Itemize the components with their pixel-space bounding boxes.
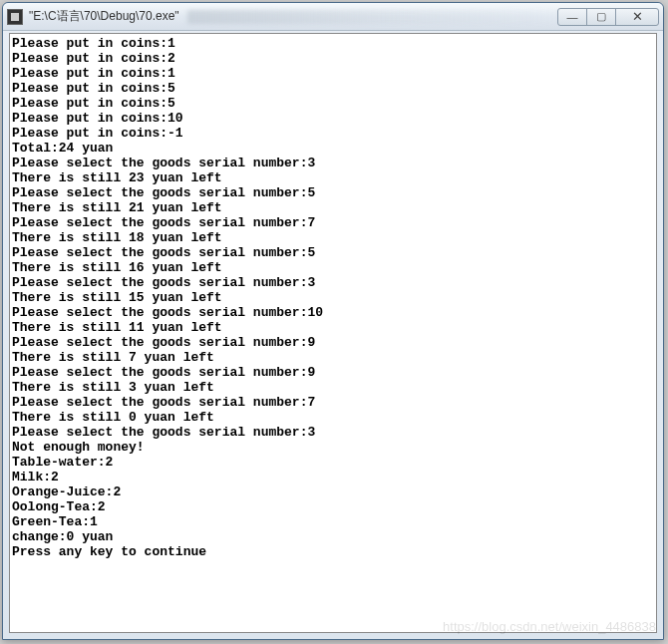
console-output: Please put in coins:1 Please put in coin… (10, 34, 656, 561)
minimize-button[interactable]: — (557, 8, 587, 26)
close-button[interactable]: ✕ (615, 8, 659, 26)
minimize-icon: — (567, 11, 578, 23)
titlebar[interactable]: "E:\C语言\70\Debug\70.exe" — ▢ ✕ (3, 3, 663, 31)
window-title: "E:\C语言\70\Debug\70.exe" (29, 8, 179, 25)
window-controls: — ▢ ✕ (558, 8, 659, 26)
app-icon (7, 9, 23, 25)
app-window: "E:\C语言\70\Debug\70.exe" — ▢ ✕ Please pu… (2, 2, 664, 640)
maximize-icon: ▢ (596, 10, 606, 23)
console-content-area[interactable]: Please put in coins:1 Please put in coin… (9, 33, 657, 633)
close-icon: ✕ (632, 9, 643, 24)
title-blur-area (187, 10, 558, 24)
maximize-button[interactable]: ▢ (586, 8, 616, 26)
